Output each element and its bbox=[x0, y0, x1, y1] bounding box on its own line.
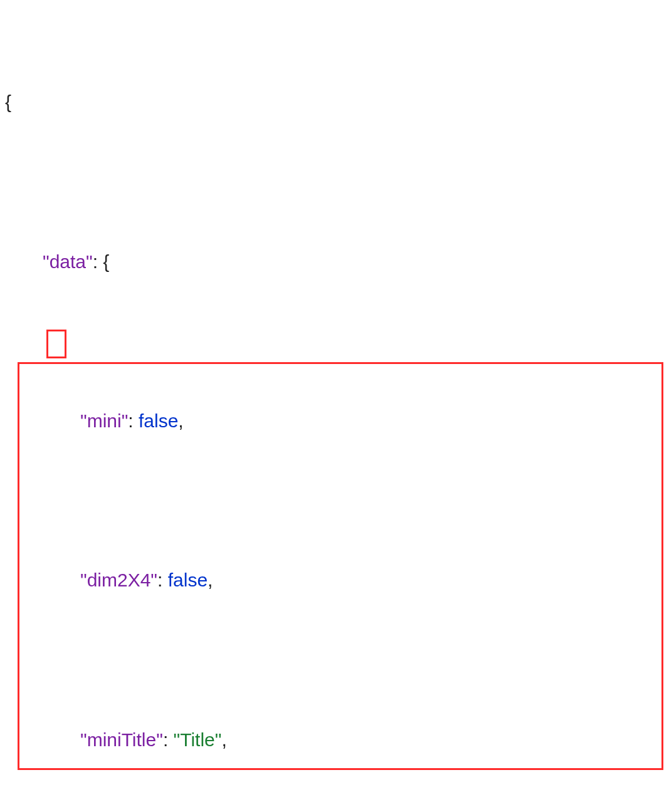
punct: : bbox=[157, 570, 168, 590]
punct: : bbox=[163, 729, 174, 750]
punct: , bbox=[178, 410, 183, 431]
highlight-comma-box bbox=[46, 330, 66, 358]
punct: , bbox=[208, 570, 213, 590]
key-mini: "mini" bbox=[80, 410, 128, 431]
key-dim2x4: "dim2X4" bbox=[80, 570, 157, 590]
punct: : bbox=[128, 410, 139, 431]
key-minititle: "miniTitle" bbox=[80, 729, 163, 750]
punct: : { bbox=[93, 251, 110, 272]
val-dim2x4: false bbox=[168, 570, 208, 590]
punct: , bbox=[221, 729, 226, 750]
json-code-block: { "data": { "mini": false, "dim2X4": fal… bbox=[0, 0, 669, 812]
brace-open: { bbox=[5, 91, 11, 112]
val-minititle: "Title" bbox=[174, 729, 222, 750]
key-data: "data" bbox=[43, 251, 93, 272]
val-mini: false bbox=[139, 410, 178, 431]
